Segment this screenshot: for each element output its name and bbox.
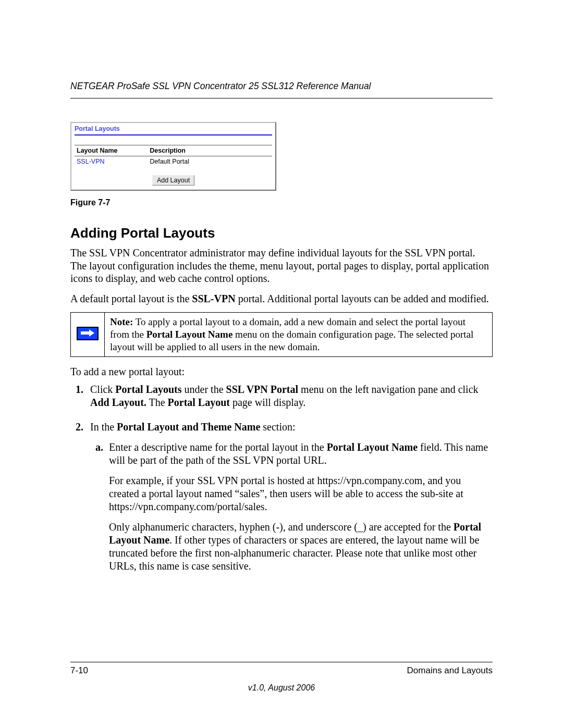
table-row: SSL-VPN Default Portal	[75, 156, 272, 167]
layout-link-sslvpn[interactable]: SSL-VPN	[77, 158, 105, 165]
note-text: Note: To apply a portal layout to a doma…	[105, 313, 493, 356]
layouts-table: Layout Name Description SSL-VPN Default …	[75, 145, 272, 167]
substep-a: Enter a descriptive name for the portal …	[106, 441, 493, 573]
footer-version: v1.0, August 2006	[70, 683, 493, 693]
substeps-list: Enter a descriptive name for the portal …	[90, 441, 493, 573]
substep-a-para2: For example, if your SSL VPN portal is h…	[109, 474, 493, 513]
para-intro-2: A default portal layout is the SSL-VPN p…	[70, 292, 493, 305]
footer-page-number: 7-10	[70, 665, 88, 676]
svg-marker-0	[81, 329, 94, 337]
step-2: In the Portal Layout and Theme Name sect…	[86, 421, 493, 573]
col-header-name: Layout Name	[75, 145, 148, 156]
steps-list: Click Portal Layouts under the SSL VPN P…	[70, 383, 493, 573]
para-intro-1: The SSL VPN Concentrator administrator m…	[70, 246, 493, 285]
col-header-desc: Description	[148, 145, 259, 156]
figure-caption: Figure 7-7	[70, 198, 493, 207]
page-footer: 7-10 Domains and Layouts v1.0, August 20…	[70, 662, 493, 693]
figure-portal-layouts-panel: Portal Layouts Layout Name Description S…	[70, 122, 276, 191]
note-icon-cell	[71, 313, 105, 356]
list-intro: To add a new portal layout:	[70, 365, 493, 378]
layout-desc: Default Portal	[148, 156, 259, 167]
arrow-right-icon	[77, 327, 99, 340]
panel-title: Portal Layouts	[75, 124, 272, 135]
footer-chapter: Domains and Layouts	[407, 665, 493, 676]
add-layout-button[interactable]: Add Layout	[152, 175, 194, 186]
step-1: Click Portal Layouts under the SSL VPN P…	[86, 383, 493, 409]
section-heading: Adding Portal Layouts	[70, 225, 493, 241]
substep-a-para3: Only alphanumeric characters, hyphen (-)…	[109, 521, 493, 573]
running-header: NETGEAR ProSafe SSL VPN Concentrator 25 …	[70, 81, 493, 98]
note-box: Note: To apply a portal layout to a doma…	[70, 312, 493, 356]
